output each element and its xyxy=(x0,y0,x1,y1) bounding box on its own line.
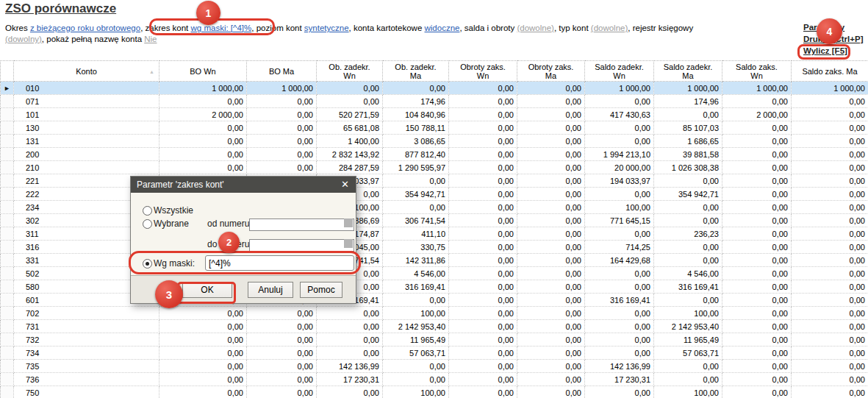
cell-value[interactable]: 0,00 xyxy=(383,294,449,307)
row-selector[interactable] xyxy=(1,307,14,320)
cell-value[interactable]: 17 230,31 xyxy=(585,373,654,386)
ok-button[interactable]: OK xyxy=(182,282,232,298)
row-selector[interactable] xyxy=(1,161,14,174)
table-row[interactable]: 0710,000,000,00174,960,000,000,00174,960… xyxy=(1,95,868,108)
cell-value[interactable]: 284 287,59 xyxy=(317,161,383,174)
cell-value[interactable]: 0,00 xyxy=(792,201,868,214)
cell-value[interactable]: 0,00 xyxy=(722,214,792,227)
cell-value[interactable]: 0,00 xyxy=(517,174,585,188)
cell-value[interactable]: 0,00 xyxy=(792,347,868,360)
current-row-marker[interactable]: ► xyxy=(1,82,14,95)
cell-value[interactable]: 0,00 xyxy=(449,280,517,294)
cell-value[interactable]: 0,00 xyxy=(722,188,792,201)
cell-value[interactable]: 0,00 xyxy=(517,254,585,267)
cell-value[interactable]: 714,25 xyxy=(585,241,654,254)
cell-value[interactable]: 0,00 xyxy=(792,135,868,148)
param-value-link[interactable]: z bieżącego roku obrotowego xyxy=(30,24,140,32)
row-selector[interactable] xyxy=(1,386,14,398)
cell-value[interactable]: 0,00 xyxy=(517,214,585,227)
cell-value[interactable]: 194 033,97 xyxy=(585,174,654,188)
cell-value[interactable]: 0,00 xyxy=(654,360,722,373)
cell-value[interactable]: 0,00 xyxy=(517,241,585,254)
cell-value[interactable]: 0,00 xyxy=(722,373,792,386)
param-value-link[interactable]: Nie xyxy=(144,35,157,43)
cell-value[interactable]: 0,00 xyxy=(159,320,247,333)
anuluj-button[interactable]: Anuluj xyxy=(248,282,293,298)
cell-value[interactable]: 174,96 xyxy=(383,95,449,108)
cell-value[interactable]: 0,00 xyxy=(585,267,654,280)
cell-value[interactable]: 1 994 213,10 xyxy=(585,148,654,161)
column-header[interactable]: Obroty zaks. Wn xyxy=(449,61,517,82)
column-header[interactable]: Saldo zadekr. Wn xyxy=(585,61,654,82)
cell-value[interactable]: 0,00 xyxy=(247,386,317,398)
cell-value[interactable]: 100,00 xyxy=(383,386,449,398)
cell-value[interactable]: 0,00 xyxy=(383,360,449,373)
cell-value[interactable]: 142 136,99 xyxy=(317,360,383,373)
param-value-link[interactable]: syntetyczne xyxy=(304,24,349,32)
cell-value[interactable]: 142 136,99 xyxy=(585,360,654,373)
cell-value[interactable]: 104 840,96 xyxy=(383,108,449,121)
cell-value[interactable]: 0,00 xyxy=(317,82,383,95)
cell-value[interactable]: 0,00 xyxy=(449,227,517,241)
row-selector[interactable] xyxy=(1,267,14,280)
cell-value[interactable]: 1 000,00 xyxy=(585,82,654,95)
row-selector[interactable] xyxy=(1,121,14,135)
cell-value[interactable]: 0,00 xyxy=(317,347,383,360)
column-header[interactable]: Ob. zadekr. Wn xyxy=(317,61,383,82)
cell-value[interactable]: 0,00 xyxy=(449,373,517,386)
table-row[interactable]: 7350,000,00142 136,990,000,000,00142 136… xyxy=(1,360,868,373)
cell-value[interactable]: 0,00 xyxy=(449,241,517,254)
cell-value[interactable]: 0,00 xyxy=(722,254,792,267)
table-row[interactable]: 7320,000,000,0011 965,490,000,000,0011 9… xyxy=(1,333,868,347)
row-selector[interactable] xyxy=(1,148,14,161)
cell-value[interactable]: 0,00 xyxy=(159,135,247,148)
cell-value[interactable]: 0,00 xyxy=(722,294,792,307)
cell-value[interactable]: 354 942,71 xyxy=(383,188,449,201)
cell-konto[interactable]: 736 xyxy=(14,373,159,386)
cell-value[interactable]: 877 812,40 xyxy=(383,148,449,161)
cell-value[interactable]: 0,00 xyxy=(517,82,585,95)
table-row[interactable]: 1012 000,000,00520 271,59104 840,960,000… xyxy=(1,108,868,121)
cell-value[interactable]: 0,00 xyxy=(585,95,654,108)
cell-value[interactable]: 0,00 xyxy=(517,201,585,214)
cell-konto[interactable]: 131 xyxy=(14,135,159,148)
cell-value[interactable]: 0,00 xyxy=(722,360,792,373)
cell-value[interactable]: 11 965,49 xyxy=(383,333,449,347)
cell-value[interactable]: 0,00 xyxy=(159,347,247,360)
row-selector[interactable] xyxy=(1,201,14,214)
parametry-link[interactable]: Parametry xyxy=(803,21,863,33)
cell-value[interactable]: 0,00 xyxy=(654,108,722,121)
cell-value[interactable]: 100,00 xyxy=(654,307,722,320)
cell-value[interactable]: 1 000,00 xyxy=(654,82,722,95)
cell-value[interactable]: 0,00 xyxy=(654,254,722,267)
cell-value[interactable]: 0,00 xyxy=(792,373,868,386)
row-selector[interactable] xyxy=(1,241,14,254)
cell-value[interactable]: 0,00 xyxy=(585,188,654,201)
table-row[interactable]: 7020,000,000,00100,000,000,000,00100,000… xyxy=(1,307,868,320)
cell-value[interactable]: 100,00 xyxy=(654,386,722,398)
cell-value[interactable]: 0,00 xyxy=(317,386,383,398)
cell-value[interactable]: 0,00 xyxy=(654,201,722,214)
cell-value[interactable]: 1 000,00 xyxy=(792,82,868,95)
cell-value[interactable]: 236,23 xyxy=(654,227,722,241)
cell-value[interactable]: 0,00 xyxy=(722,241,792,254)
cell-value[interactable]: 0,00 xyxy=(449,108,517,121)
cell-value[interactable]: 0,00 xyxy=(722,320,792,333)
table-row[interactable]: 2100,000,00284 287,591 290 595,970,000,0… xyxy=(1,161,868,174)
cell-value[interactable]: 0,00 xyxy=(159,373,247,386)
cell-value[interactable]: 0,00 xyxy=(159,161,247,174)
cell-value[interactable]: 0,00 xyxy=(449,254,517,267)
cell-value[interactable]: 0,00 xyxy=(722,148,792,161)
cell-value[interactable]: 0,00 xyxy=(517,227,585,241)
cell-value[interactable]: 0,00 xyxy=(722,347,792,360)
cell-value[interactable]: 0,00 xyxy=(449,95,517,108)
cell-value[interactable]: 174,96 xyxy=(654,95,722,108)
cell-value[interactable]: 0,00 xyxy=(159,121,247,135)
cell-value[interactable]: 0,00 xyxy=(792,95,868,108)
cell-value[interactable]: 0,00 xyxy=(517,373,585,386)
cell-konto[interactable]: 734 xyxy=(14,347,159,360)
cell-value[interactable]: 17 230,31 xyxy=(317,373,383,386)
cell-value[interactable]: 0,00 xyxy=(517,307,585,320)
cell-value[interactable]: 0,00 xyxy=(517,267,585,280)
cell-value[interactable]: 0,00 xyxy=(792,280,868,294)
